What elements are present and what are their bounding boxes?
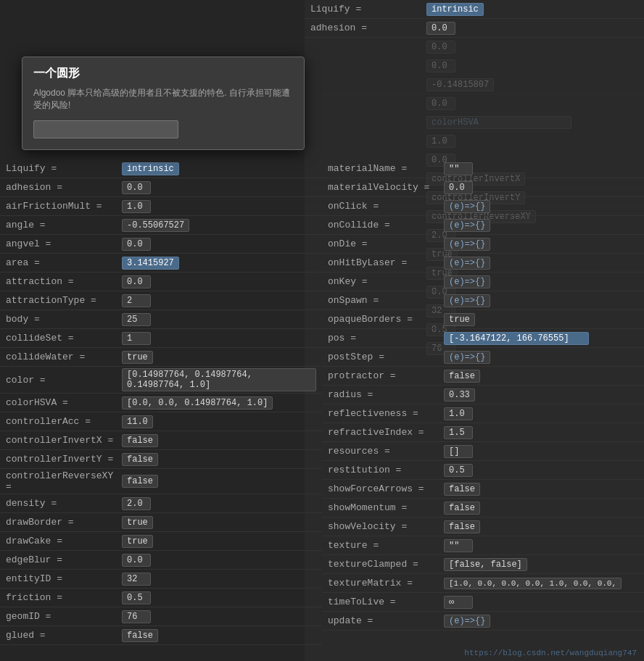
right-restitution-valuebox[interactable]: 0.5 <box>444 464 473 477</box>
left-controlleracc-valuebox[interactable]: 11.0 <box>122 415 153 428</box>
right-ondie-row[interactable]: onDie = (e)=>{} <box>322 235 644 254</box>
right-protractor-row[interactable]: protractor = false <box>322 367 644 386</box>
left-colorhsva-valuebox[interactable]: [0.0, 0.0, 0.14987764, 1.0] <box>122 396 273 410</box>
left-friction-row[interactable]: friction = 0.5 <box>0 589 322 607</box>
left-attractiontype-row[interactable]: attractionType = 2 <box>0 291 322 310</box>
right-materialvelocity-valuebox[interactable]: 0.0 <box>444 181 473 194</box>
right-showvelocity-row[interactable]: showVelocity = false <box>322 517 644 536</box>
left-attraction-row[interactable]: attraction = 0.0 <box>0 273 322 291</box>
left-airfriction-row[interactable]: airFrictionMult = 1.0 <box>0 197 322 216</box>
left-area-valuebox[interactable]: 3.1415927 <box>122 257 179 270</box>
left-controllerinvertx-valuebox[interactable]: false <box>122 434 158 447</box>
adhesion-row-right[interactable]: adhesion = 0.0 <box>305 19 644 38</box>
right-radius-valuebox[interactable]: 0.33 <box>444 388 475 402</box>
right-pos-row[interactable]: pos = [-3.1647122, 166.76555] <box>322 329 644 348</box>
right-materialname-row[interactable]: materialName = "" <box>322 159 644 178</box>
right-opaqueborders-valuebox[interactable]: true <box>444 313 475 326</box>
right-poststep-valuebox[interactable]: (e)=>{} <box>444 351 490 364</box>
left-drawcake-row[interactable]: drawCake = true <box>0 532 322 551</box>
left-collideset-row[interactable]: collideSet = 1 <box>0 329 322 348</box>
left-controllerinverty-valuebox[interactable]: false <box>122 453 158 466</box>
left-entityid-valuebox[interactable]: 32 <box>122 573 151 586</box>
right-showforcearrows-row[interactable]: showForceArrows = false <box>322 480 644 499</box>
left-body-valuebox[interactable]: 25 <box>122 313 151 326</box>
left-attraction-valuebox[interactable]: 0.0 <box>122 275 151 288</box>
right-ondie-valuebox[interactable]: (e)=>{} <box>444 238 490 251</box>
right-textureclamped-valuebox[interactable]: [false, false] <box>444 558 527 571</box>
right-update-row[interactable]: update = (e)=>{} <box>322 612 644 631</box>
right-onkey-row[interactable]: onKey = (e)=>{} <box>322 273 644 291</box>
right-reflectiveness-valuebox[interactable]: 1.0 <box>444 407 473 420</box>
left-controllerreverse-valuebox[interactable]: false <box>122 475 158 488</box>
left-drawborder-row[interactable]: drawBorder = true <box>0 513 322 532</box>
left-density-valuebox[interactable]: 2.0 <box>122 497 151 510</box>
right-timetolive-valuebox[interactable]: ∞ <box>444 596 473 609</box>
left-glued-row[interactable]: glued = false <box>0 626 322 645</box>
right-protractor-valuebox[interactable]: false <box>444 370 480 383</box>
right-onspawn-valuebox[interactable]: (e)=>{} <box>444 294 490 307</box>
right-update-valuebox[interactable]: (e)=>{} <box>444 615 490 628</box>
right-refractiveindex-row[interactable]: refractiveIndex = 1.5 <box>322 423 644 442</box>
dialog-input[interactable] <box>33 120 178 138</box>
left-friction-valuebox[interactable]: 0.5 <box>122 591 151 604</box>
right-materialname-valuebox[interactable]: "" <box>444 162 473 175</box>
right-showmomentum-valuebox[interactable]: false <box>444 502 480 515</box>
right-texturematrix-valuebox[interactable]: [1.0, 0.0, 0.0, 0.0, 1.0, 0.0, 0.0, <box>444 578 622 589</box>
right-showforcearrows-valuebox[interactable]: false <box>444 483 480 496</box>
left-glued-valuebox[interactable]: false <box>122 629 158 642</box>
right-texture-valuebox[interactable]: "" <box>444 539 473 552</box>
left-geomid-row[interactable]: geomID = 76 <box>0 607 322 626</box>
left-liquify-valuebox[interactable]: intrinsic <box>122 162 179 175</box>
left-angle-row[interactable]: angle = -0.55067527 <box>0 216 322 235</box>
left-angle-valuebox[interactable]: -0.55067527 <box>122 219 189 232</box>
right-oncollide-row[interactable]: onCollide = (e)=>{} <box>322 216 644 235</box>
left-attractiontype-valuebox[interactable]: 2 <box>122 294 151 307</box>
right-texturematrix-row[interactable]: textureMatrix = [1.0, 0.0, 0.0, 0.0, 1.0… <box>322 574 644 593</box>
right-resources-row[interactable]: resources = [] <box>322 442 644 461</box>
left-controlleracc-row[interactable]: controllerAcc = 11.0 <box>0 412 322 431</box>
right-restitution-row[interactable]: restitution = 0.5 <box>322 461 644 480</box>
liquify-row[interactable]: Liquify = intrinsic <box>305 0 644 19</box>
right-onkey-valuebox[interactable]: (e)=>{} <box>444 275 490 288</box>
right-texture-row[interactable]: texture = "" <box>322 536 644 555</box>
left-color-row[interactable]: color = [0.14987764, 0.14987764, 0.14987… <box>0 367 322 394</box>
right-resources-valuebox[interactable]: [] <box>444 445 473 458</box>
right-poststep-row[interactable]: postStep = (e)=>{} <box>322 348 644 367</box>
left-angvel-row[interactable]: angvel = 0.0 <box>0 235 322 254</box>
left-adhesion-valuebox[interactable]: 0.0 <box>122 181 151 194</box>
right-onspawn-row[interactable]: onSpawn = (e)=>{} <box>322 291 644 310</box>
left-controllerinverty-row[interactable]: controllerInvertY = false <box>0 450 322 469</box>
left-collidewater-valuebox[interactable]: true <box>122 351 153 364</box>
left-liquify-row[interactable]: Liquify = intrinsic <box>0 159 322 178</box>
left-collidewater-row[interactable]: collideWater = true <box>0 348 322 367</box>
liquify-value-box[interactable]: intrinsic <box>426 3 484 16</box>
right-onclick-valuebox[interactable]: (e)=>{} <box>444 200 490 213</box>
left-adhesion-row[interactable]: adhesion = 0.0 <box>0 178 322 197</box>
left-drawcake-valuebox[interactable]: true <box>122 535 153 548</box>
right-textureclamped-row[interactable]: textureClamped = [false, false] <box>322 555 644 574</box>
right-showmomentum-row[interactable]: showMomentum = false <box>322 499 644 517</box>
left-collideset-valuebox[interactable]: 1 <box>122 332 151 345</box>
left-body-row[interactable]: body = 25 <box>0 310 322 329</box>
left-colorhsva-row[interactable]: colorHSVA = [0.0, 0.0, 0.14987764, 1.0] <box>0 394 322 412</box>
adhesion-value-box-right[interactable]: 0.0 <box>426 22 455 35</box>
right-radius-row[interactable]: radius = 0.33 <box>322 386 644 404</box>
right-onhitbylaser-valuebox[interactable]: (e)=>{} <box>444 257 490 270</box>
right-oncollide-valuebox[interactable]: (e)=>{} <box>444 219 490 232</box>
left-controllerreverse-row[interactable]: controllerReverseXY = false <box>0 469 322 494</box>
right-refractiveindex-valuebox[interactable]: 1.5 <box>444 426 473 439</box>
left-density-row[interactable]: density = 2.0 <box>0 494 322 513</box>
left-angvel-valuebox[interactable]: 0.0 <box>122 238 151 251</box>
left-color-valuebox[interactable]: [0.14987764, 0.14987764, 0.14987764, 1.0… <box>122 368 316 391</box>
right-showvelocity-valuebox[interactable]: false <box>444 520 480 533</box>
right-opaqueborders-row[interactable]: opaqueBorders = true <box>322 310 644 329</box>
left-drawborder-valuebox[interactable]: true <box>122 516 153 529</box>
right-onclick-row[interactable]: onClick = (e)=>{} <box>322 197 644 216</box>
left-entityid-row[interactable]: entityID = 32 <box>0 570 322 589</box>
right-onhitbylaser-row[interactable]: onHitByLaser = (e)=>{} <box>322 254 644 273</box>
left-airfriction-valuebox[interactable]: 1.0 <box>122 200 151 213</box>
right-timetolive-row[interactable]: timeToLive = ∞ <box>322 593 644 612</box>
left-geomid-valuebox[interactable]: 76 <box>122 610 151 623</box>
left-edgeblur-row[interactable]: edgeBlur = 0.0 <box>0 551 322 570</box>
left-edgeblur-valuebox[interactable]: 0.0 <box>122 554 151 567</box>
